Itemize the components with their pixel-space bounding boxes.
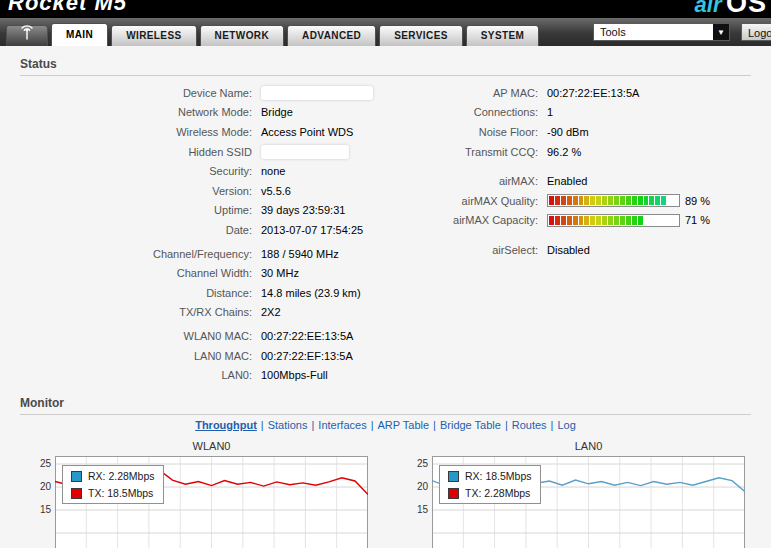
redacted-ssid — [261, 145, 349, 159]
field-label: Connections: — [390, 106, 538, 118]
bar-segment — [579, 216, 584, 225]
tab-main[interactable]: MAIN — [51, 23, 108, 46]
y-axis-tick-label: 20 — [33, 481, 51, 492]
field-label: Uptime: — [22, 204, 252, 216]
bar-segment — [549, 196, 554, 205]
field-label: airMAX: — [390, 175, 538, 187]
status-row-lan0-speed: LAN0: 100Mbps-Full — [22, 365, 382, 385]
tools-dropdown[interactable]: Tools ▼ — [593, 23, 730, 41]
field-label: WLAN0 MAC: — [22, 330, 252, 342]
field-value: 30 MHz — [261, 267, 299, 279]
field-label: Version: — [22, 185, 252, 197]
status-row-device-name: Device Name: — [22, 83, 382, 103]
field-label: TX/RX Chains: — [22, 306, 252, 318]
legend-swatch — [448, 488, 459, 499]
legend-label: TX: 18.5Mbps — [88, 487, 153, 499]
link-separator: | — [371, 419, 374, 431]
legend-label: RX: 18.5Mbps — [465, 470, 532, 482]
tab-wireless[interactable]: WIRELESS — [111, 25, 196, 46]
bar-segment — [549, 216, 554, 225]
status-row-wlan0-mac: WLAN0 MAC: 00:27:22:EE:13:5A — [22, 326, 382, 346]
link-separator: | — [311, 419, 314, 431]
status-row-ap-mac: AP MAC: 00:27:22:EE:13:5A — [390, 83, 765, 103]
main-nav-tabbar: MAIN WIRELESS NETWORK ADVANCED SERVICES … — [0, 18, 771, 46]
bar-segment — [667, 216, 672, 225]
field-label: airMAX Quality: — [390, 195, 538, 207]
bar-segment — [667, 196, 672, 205]
bar-segment — [561, 196, 566, 205]
field-label: LAN0 MAC: — [22, 350, 252, 362]
tab-advanced[interactable]: ADVANCED — [287, 25, 376, 46]
bar-segment — [614, 216, 619, 225]
logout-button[interactable]: Logout — [741, 23, 771, 41]
tab-system[interactable]: SYSTEM — [466, 25, 540, 46]
bar-segment — [573, 216, 578, 225]
bar-segment — [608, 196, 613, 205]
bar-segment — [673, 196, 678, 205]
tab-services[interactable]: SERVICES — [379, 25, 463, 46]
field-value: none — [261, 165, 285, 177]
bar-segment — [590, 216, 595, 225]
wlan0-throughput-chart: 252015RX: 2.28MbpsTX: 18.5Mbps — [55, 456, 368, 548]
field-value: 96.2 % — [547, 146, 581, 158]
field-label: Noise Floor: — [390, 126, 538, 138]
status-right-column: AP MAC: 00:27:22:EE:13:5A Connections: 1… — [390, 83, 765, 260]
field-label: Channel/Frequency: — [22, 248, 252, 260]
link-stations[interactable]: Stations — [268, 419, 308, 431]
lan0-chart-block: LAN0 252015RX: 18.5MbpsTX: 2.28Mbps — [432, 440, 745, 548]
status-row-date: Date: 2013-07-07 17:54:25 — [22, 220, 382, 240]
field-label: Device Name: — [22, 87, 252, 99]
field-label: airSelect: — [390, 244, 538, 256]
y-axis-tick-label: 15 — [33, 504, 51, 515]
link-separator: | — [261, 419, 264, 431]
link-routes[interactable]: Routes — [512, 419, 547, 431]
bar-segment — [614, 196, 619, 205]
bar-segment — [584, 196, 589, 205]
legend-swatch — [71, 471, 82, 482]
bar-segment — [638, 216, 643, 225]
y-axis-tick-label: 25 — [33, 458, 51, 469]
bar-segment — [644, 216, 649, 225]
brand-bar: Rocket M5 air OS — [0, 0, 771, 18]
field-label: airMAX Capacity: — [390, 214, 538, 226]
wlan0-chart-title: WLAN0 — [55, 440, 368, 452]
field-label: Wireless Mode: — [22, 126, 252, 138]
status-left-column: Device Name: Network Mode: Bridge Wirele… — [22, 83, 382, 385]
status-row-airselect: airSelect: Disabled — [390, 240, 765, 260]
bar-segment — [596, 216, 601, 225]
status-row-airmax-capacity: airMAX Capacity: 71 % — [390, 211, 765, 231]
field-label: Channel Width: — [22, 267, 252, 279]
bar-segment — [661, 196, 666, 205]
status-row-uptime: Uptime: 39 days 23:59:31 — [22, 201, 382, 221]
bar-segment — [632, 216, 637, 225]
bar-segment — [673, 216, 678, 225]
field-value: 188 / 5940 MHz — [261, 248, 339, 260]
link-interfaces[interactable]: Interfaces — [318, 419, 366, 431]
legend-entry: TX: 2.28Mbps — [448, 487, 532, 499]
field-label: Network Mode: — [22, 106, 252, 118]
status-row-hidden-ssid: Hidden SSID — [22, 142, 382, 162]
link-arp-table[interactable]: ARP Table — [378, 419, 430, 431]
field-label: AP MAC: — [390, 87, 538, 99]
bar-segment — [620, 196, 625, 205]
link-throughput[interactable]: Throughput — [195, 419, 257, 431]
field-value: -90 dBm — [547, 126, 589, 138]
bar-segment — [573, 196, 578, 205]
field-value: Enabled — [547, 175, 587, 187]
bar-segment — [626, 216, 631, 225]
link-bridge-table[interactable]: Bridge Table — [440, 419, 501, 431]
status-row-wireless-mode: Wireless Mode: Access Point WDS — [22, 122, 382, 142]
airos-logo-air: air — [695, 0, 722, 17]
field-value: 39 days 23:59:31 — [261, 204, 345, 216]
link-log[interactable]: Log — [557, 419, 575, 431]
bar-segment — [649, 216, 654, 225]
tab-network[interactable]: NETWORK — [200, 25, 284, 46]
bar-segment — [661, 216, 666, 225]
field-value: 00:27:22:EF:13:5A — [261, 350, 353, 362]
field-value: Access Point WDS — [261, 126, 353, 138]
link-separator: | — [505, 419, 508, 431]
bar-segment — [632, 196, 637, 205]
bar-segment — [638, 196, 643, 205]
tab-device-antenna[interactable] — [6, 25, 48, 46]
field-value: 2X2 — [261, 306, 281, 318]
